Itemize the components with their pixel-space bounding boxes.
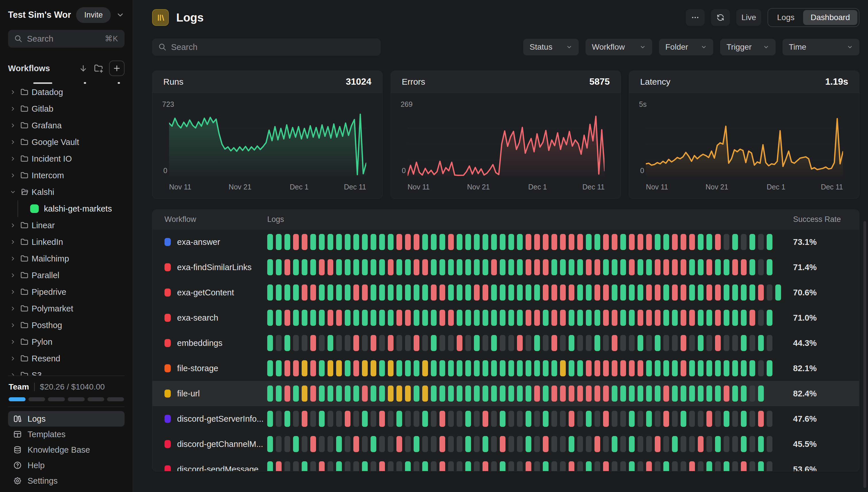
log-bar[interactable] [646,285,652,300]
log-bar[interactable] [414,259,419,275]
log-bar[interactable] [680,411,686,427]
log-bar[interactable] [749,411,755,427]
log-bar[interactable] [629,285,635,300]
log-bar[interactable] [405,259,411,275]
log-bar[interactable] [267,310,273,326]
log-bar[interactable] [422,335,428,351]
log-bar[interactable] [758,335,764,351]
log-bar[interactable] [336,310,342,326]
log-bar[interactable] [620,234,626,250]
log-bar[interactable] [551,411,557,427]
log-bar[interactable] [509,411,514,427]
log-bar[interactable] [612,310,617,326]
log-bar[interactable] [284,285,290,300]
table-row-discord-getserverinfo-[interactable]: discord-getServerInfo...47.6% [152,406,859,432]
log-bar[interactable] [732,360,738,376]
log-bar[interactable] [379,335,385,351]
log-bar[interactable] [371,386,376,401]
log-bar[interactable] [749,335,755,351]
log-bar[interactable] [336,259,342,275]
log-bar[interactable] [302,411,307,427]
log-bar[interactable] [715,360,721,376]
log-bar[interactable] [276,259,281,275]
log-bar[interactable] [267,436,273,452]
log-bar[interactable] [371,461,376,471]
table-row-discord-sendmessage[interactable]: discord-sendMessage53.6% [152,457,859,471]
log-bar[interactable] [500,285,505,300]
log-bar[interactable] [715,234,721,250]
log-bar[interactable] [612,436,617,452]
log-bar[interactable] [543,335,548,351]
log-bar[interactable] [569,310,574,326]
log-bar[interactable] [655,360,661,376]
log-bar[interactable] [388,461,394,471]
log-bar[interactable] [336,360,342,376]
log-bar[interactable] [698,386,703,401]
table-row-exa-findsimilarlinks[interactable]: exa-findSimilarLinks71.4% [152,254,859,280]
log-bar[interactable] [509,234,514,250]
log-bar[interactable] [405,436,411,452]
log-bar[interactable] [612,411,617,427]
log-bar[interactable] [749,310,755,326]
log-bar[interactable] [749,259,755,275]
log-bar[interactable] [284,310,290,326]
log-bar[interactable] [594,411,600,427]
log-bar[interactable] [551,285,557,300]
log-bar[interactable] [767,285,772,300]
log-bar[interactable] [663,436,669,452]
log-bar[interactable] [629,259,635,275]
log-bar[interactable] [396,234,402,250]
log-bar[interactable] [577,310,583,326]
log-bar[interactable] [655,285,661,300]
log-bar[interactable] [293,259,299,275]
log-bar[interactable] [327,259,333,275]
log-bar[interactable] [526,411,531,427]
log-bar[interactable] [594,386,600,401]
log-bar[interactable] [517,234,523,250]
log-bar[interactable] [276,335,281,351]
log-bar[interactable] [620,436,626,452]
log-bar[interactable] [345,285,350,300]
log-bar[interactable] [749,360,755,376]
log-bar[interactable] [706,360,712,376]
log-bar[interactable] [620,461,626,471]
log-bar[interactable] [336,234,342,250]
folder-item-grafana[interactable]: Grafana [8,117,125,134]
log-bar[interactable] [509,285,514,300]
log-bar[interactable] [396,360,402,376]
log-bar[interactable] [663,461,669,471]
log-bar[interactable] [655,335,661,351]
log-bar[interactable] [724,411,729,427]
log-bar[interactable] [405,310,411,326]
log-bar[interactable] [353,259,359,275]
log-bar[interactable] [629,360,635,376]
log-bar[interactable] [448,411,454,427]
log-bar[interactable] [680,234,686,250]
log-bar[interactable] [517,285,523,300]
log-bar[interactable] [560,234,566,250]
folder-item-google-vault[interactable]: Google Vault [8,134,125,150]
log-bar[interactable] [698,360,703,376]
log-bar[interactable] [577,234,583,250]
log-bar[interactable] [603,285,609,300]
filter-dropdown-time[interactable]: Time [783,39,860,55]
log-bar[interactable] [655,461,661,471]
log-bar[interactable] [414,285,419,300]
log-bar[interactable] [440,436,445,452]
log-bar[interactable] [603,436,609,452]
log-bar[interactable] [362,411,368,427]
log-bar[interactable] [741,386,747,401]
log-bar[interactable] [663,411,669,427]
log-bar[interactable] [706,411,712,427]
log-bar[interactable] [422,411,428,427]
log-bar[interactable] [491,335,497,351]
log-bar[interactable] [310,310,316,326]
table-row-exa-search[interactable]: exa-search71.0% [152,305,859,330]
log-bar[interactable] [405,461,411,471]
log-bar[interactable] [422,259,428,275]
sidebar-item-templates[interactable]: Templates [8,426,125,442]
log-bar[interactable] [500,310,505,326]
log-bar[interactable] [353,411,359,427]
log-bar[interactable] [362,285,368,300]
log-bar[interactable] [638,234,643,250]
